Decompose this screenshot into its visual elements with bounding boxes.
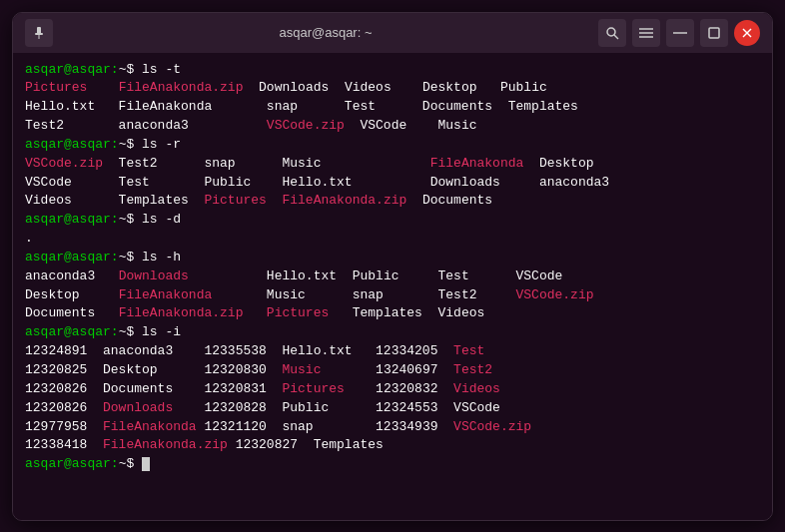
titlebar-left <box>25 19 53 47</box>
svg-rect-2 <box>39 35 40 39</box>
minimize-button[interactable] <box>666 19 694 47</box>
close-button[interactable] <box>734 20 760 46</box>
terminal-line: Desktop FileAnakonda Music snap Test2 VS… <box>25 286 760 305</box>
terminal-line: 12324891 anaconda3 12335538 Hello.txt 12… <box>25 342 760 361</box>
terminal-line: 12320826 Downloads 12320828 Public 12324… <box>25 399 760 418</box>
terminal-line: Test2 anaconda3 VSCode.zip VSCode Music <box>25 117 760 136</box>
terminal-line: Documents FileAnakonda.zip Pictures Temp… <box>25 304 760 323</box>
terminal-line: Pictures FileAnakonda.zip Downloads Vide… <box>25 79 760 98</box>
terminal-prompt-line: asqar@asqar:~$ <box>25 455 760 474</box>
svg-rect-9 <box>709 28 719 38</box>
terminal-line: . <box>25 230 760 249</box>
terminal-line: asqar@asqar:~$ ls -d <box>25 211 760 230</box>
maximize-button[interactable] <box>700 19 728 47</box>
svg-rect-1 <box>35 33 43 35</box>
cursor <box>142 457 150 471</box>
terminal-line: 12320826 Documents 12320831 Pictures 123… <box>25 380 760 399</box>
terminal-line: asqar@asqar:~$ ls -t <box>25 61 760 80</box>
terminal-line: VSCode Test Public Hello.txt Downloads a… <box>25 174 760 193</box>
terminal-line: 12338418 FileAnakonda.zip 12320827 Templ… <box>25 436 760 455</box>
pin-button[interactable] <box>25 19 53 47</box>
terminal-line: VSCode.zip Test2 snap Music FileAnakonda… <box>25 155 760 174</box>
terminal-body[interactable]: asqar@asqar:~$ ls -t Pictures FileAnakon… <box>13 53 772 520</box>
terminal-line: 12320825 Desktop 12320830 Music 13240697… <box>25 361 760 380</box>
terminal-window: asqar@asqar: ~ <box>12 12 773 521</box>
titlebar: asqar@asqar: ~ <box>13 13 772 53</box>
svg-point-3 <box>607 28 615 36</box>
window-title: asqar@asqar: ~ <box>279 25 372 40</box>
svg-line-4 <box>614 35 618 39</box>
search-button[interactable] <box>598 19 626 47</box>
titlebar-right <box>598 19 760 47</box>
terminal-line: anaconda3 Downloads Hello.txt Public Tes… <box>25 267 760 286</box>
terminal-line: asqar@asqar:~$ ls -r <box>25 136 760 155</box>
terminal-line: Videos Templates Pictures FileAnakonda.z… <box>25 192 760 211</box>
terminal-line: 12977958 FileAnakonda 12321120 snap 1233… <box>25 418 760 437</box>
terminal-line: asqar@asqar:~$ ls -h <box>25 249 760 267</box>
terminal-line: asqar@asqar:~$ ls -i <box>25 323 760 342</box>
menu-button[interactable] <box>632 19 660 47</box>
terminal-line: Hello.txt FileAnakonda snap Test Documen… <box>25 98 760 117</box>
